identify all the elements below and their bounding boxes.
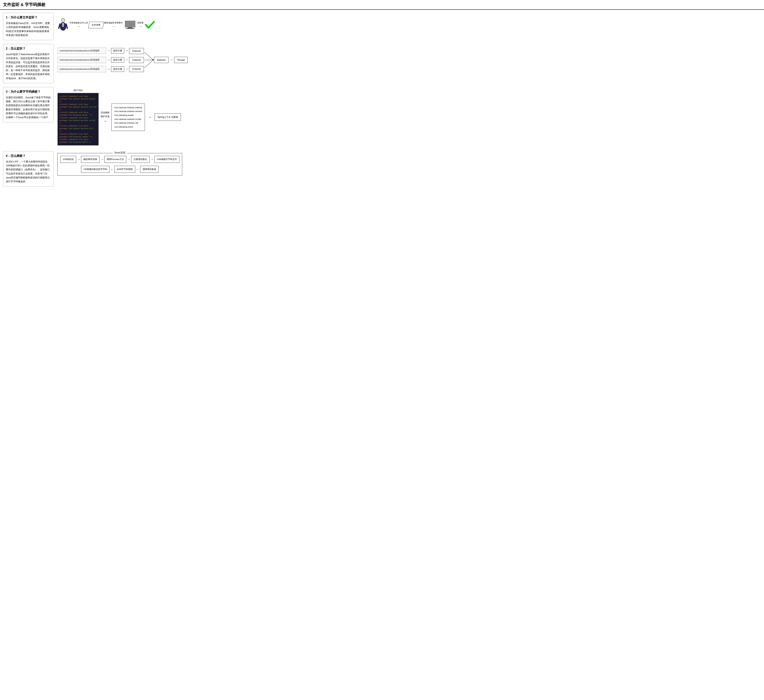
s1-arrow3: → — [139, 25, 142, 28]
s4-box7: ASM字节码增强 — [114, 166, 135, 173]
svg-line-5 — [66, 24, 67, 28]
page-title: 文件监听 & 字节码插桩 — [3, 2, 761, 8]
section2-row: 2：怎么监听？ Java中提供了WatchService来监控系统中文件的变化。… — [3, 44, 761, 83]
section2-body: Java中提供了WatchService来监控系统中文件的变化。该监控是基于操作… — [6, 53, 51, 80]
s4-flow-arrow3: → — [127, 157, 130, 161]
s2-dir2: /var/tmp/sonic/com/sankuai/xxx2目录监听 — [57, 57, 106, 63]
svg-point-10 — [133, 23, 134, 24]
svg-point-9 — [133, 21, 134, 22]
pkg2: com.sankuai.meituan.service — [114, 109, 142, 113]
s2-row3: /var/tmp/sonic/com/sankuai/xxx3目录监听 → 监听… — [57, 66, 129, 72]
section1-row: 1：为什么要文件监听？ 开发者修改Class文件、Xml文件时，需要上传到远程/… — [3, 13, 761, 40]
svg-rect-12 — [128, 27, 133, 28]
person-icon — [57, 17, 69, 33]
svg-line-14 — [145, 52, 153, 60]
section3-diagram: 用户代码 <context:component-scan base-packag… — [57, 87, 761, 147]
s4-flow: Sonic实现 JVM初始化 → 触发事件回调 → 调用Permain方法 — [57, 153, 182, 175]
section1-diagram: 开发者修改文件上传 → 文件变更 服务端监听变更事件 → — [57, 13, 761, 37]
svg-line-16 — [145, 60, 153, 68]
s2-channels: Channel Channel Channel — [129, 48, 144, 72]
s3-arrow: → — [103, 119, 107, 123]
s2-channel1: Channel — [129, 48, 144, 54]
s4-flow-arrow6: ← — [136, 167, 139, 171]
pkg6: com.dianping.zebra — [114, 125, 142, 129]
s2-merge-svg — [144, 49, 153, 71]
s1-flow: 开发者修改文件上传 → 文件变更 服务端监听变更事件 → — [57, 17, 155, 33]
pkg1: com.sankuai.meituan.waimai — [114, 106, 142, 109]
s4-flow-arrow2: → — [100, 157, 103, 161]
section1-title: 1：为什么要文件监听？ — [6, 16, 51, 19]
section2-diagram: /var/tmp/sonic/com/sankuai/xxx1目录监听 → 监听… — [57, 44, 761, 74]
s2-full-layout: /var/tmp/sonic/com/sankuai/xxx1目录监听 → 监听… — [57, 48, 188, 72]
s2-arrow1a: → — [107, 49, 110, 53]
s1-arrow1: → — [77, 25, 80, 28]
s2-arrow2b: → — [125, 58, 128, 62]
s2-left-col: /var/tmp/sonic/com/sankuai/xxx1目录监听 → 监听… — [57, 48, 129, 72]
main-content: 1：为什么要文件监听？ 开发者修改Class文件、Xml文件时，需要上传到远程/… — [0, 10, 764, 189]
s1-label1: 开发者修改文件上传 — [69, 21, 88, 24]
s4-flow-arrow5: ← — [110, 167, 114, 171]
s2-row2: /var/tmp/sonic/com/sankuai/xxx2目录监听 → 监听… — [57, 57, 129, 63]
s4-box2: 触发事件回调 — [81, 156, 99, 163]
s4-box4: 注册类转换化 — [131, 156, 150, 163]
s3-spring-box: Spring上下文,元数据 — [155, 114, 181, 121]
section3-left: 3：为什么要字节码插桩？ 在项目启动期间，Sonic做了很多字节码的插桩，我们为… — [3, 87, 54, 122]
s4-box1: JVM初始化 — [60, 156, 76, 163]
svg-point-11 — [133, 26, 134, 27]
svg-rect-13 — [126, 28, 134, 29]
server-icon — [124, 19, 136, 31]
s2-listen2: 监听注册 — [111, 57, 124, 62]
s2-sel-arrow: → — [170, 58, 173, 62]
s2-row1: /var/tmp/sonic/com/sankuai/xxx1目录监听 → 监听… — [57, 48, 129, 54]
s4-mid-col: 调用Permain方法 — [104, 156, 126, 163]
section3-body: 在项目启动期间，Sonic做了很多字节码的插桩，我们为什么要这么做？其中最主要的… — [6, 96, 51, 120]
section4-row: 4：怎么插桩？ 在JDK1.5中，一个重大的新特性就是在JVM每执行到一定的逻辑… — [3, 151, 761, 187]
s1-label3: 热部署 — [137, 21, 144, 24]
section4-body: 在JDK1.5中，一个重大的新特性就是在JVM每执行到一定的逻辑时就会调用一些事… — [6, 160, 51, 184]
s4-flow-arrow1: → — [77, 157, 80, 161]
s4-box3: 调用Permain方法 — [104, 156, 126, 163]
s2-listen1: 监听注册 — [111, 48, 124, 53]
section3-row: 3：为什么要字节码插桩？ 在项目启动期间，Sonic做了很多字节码的插桩，我们为… — [3, 87, 761, 147]
s3-code-box: <context:component-scan base-package="co… — [57, 93, 99, 145]
s1-file-change-label: 文件变更 — [92, 23, 100, 27]
s4-flow-arrow4: → — [150, 157, 153, 161]
s1-label2: 服务端监听变更事件 — [104, 21, 123, 24]
s2-channel3: Channel — [129, 66, 144, 72]
s2-arrow2a: → — [107, 58, 110, 62]
s2-thread: Thread — [174, 57, 188, 63]
s2-arrow3a: → — [107, 67, 110, 71]
section4-title: 4：怎么插桩？ — [6, 154, 51, 158]
s3-flow: 用户代码 <context:component-scan base-packag… — [57, 89, 181, 145]
s4-box6: VM装载转换后的字节码 — [81, 166, 110, 173]
s1-arrow2: → — [112, 25, 115, 28]
s4-box5: JVM装载字节码文件 — [154, 156, 179, 163]
s4-bottom: VM装载转换后的字节码 ← ASM字节码增强 ← 调用类转换器 — [81, 166, 158, 173]
section2-left: 2：怎么监听？ Java中提供了WatchService来监控系统中文件的变化。… — [3, 44, 54, 83]
section1-body: 开发者修改Class文件、Xml文件时，需要上传到远程/本地服务器，Sonic需… — [6, 21, 51, 38]
section3-title: 3：为什么要字节码插桩？ — [6, 90, 51, 94]
s4-box8: 调用类转换器 — [140, 166, 158, 173]
svg-point-0 — [61, 19, 65, 22]
s3-label1: 启动插桩 — [100, 111, 110, 114]
s2-arrow3b: → — [125, 67, 128, 71]
section4-left: 4：怎么插桩？ 在JDK1.5中，一个重大的新特性就是在JVM每执行到一定的逻辑… — [3, 151, 54, 187]
s2-arrow1b: → — [125, 49, 128, 53]
s2-dir3: /var/tmp/sonic/com/sankuai/xxx3目录监听 — [57, 66, 106, 72]
s4-sonic-label: Sonic实现 — [113, 151, 127, 155]
section1-left: 1：为什么要文件监听？ 开发者修改Class文件、Xml文件时，需要上传到远程/… — [3, 13, 54, 40]
s3-arrow2: → — [148, 115, 152, 119]
s3-action-labels: 启动插桩 维护关系 → — [100, 111, 110, 123]
s2-channel2: Channel — [129, 57, 144, 63]
s2-listen3: 监听注册 — [111, 66, 124, 72]
s3-user-code-label: 用户代码 — [74, 89, 83, 92]
s3-packages-box: com.sankuai.meituan.waimai com.sankuai.m… — [111, 103, 145, 131]
pkg5: com.sankuai.meituan.util — [114, 121, 142, 125]
s2-selector: Selector — [154, 57, 169, 63]
pkg4: com.sankuai.meituan.config — [114, 117, 142, 121]
section2-title: 2：怎么监听？ — [6, 47, 51, 51]
s3-label2: 维护关系 — [100, 115, 110, 118]
s1-checkmark — [144, 19, 155, 31]
s4-top: JVM初始化 → 触发事件回调 → 调用Permain方法 → — [60, 156, 179, 163]
section4-diagram: Sonic实现 JVM初始化 → 触发事件回调 → 调用Permain方法 — [57, 151, 761, 177]
